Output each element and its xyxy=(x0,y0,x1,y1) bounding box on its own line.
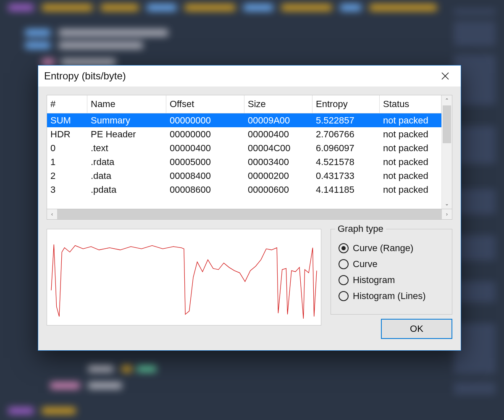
cell-name: PE Header xyxy=(87,129,166,140)
cell-name: .text xyxy=(87,143,166,154)
graph-type-radio[interactable]: Curve (Range) xyxy=(339,243,444,254)
cell-offset: 00005000 xyxy=(166,157,244,168)
hscroll-thumb[interactable] xyxy=(57,209,442,219)
cell-size: 00000600 xyxy=(244,184,312,195)
entropy-dialog: Entropy (bits/byte) # Name Offset Size E… xyxy=(38,65,461,351)
cell-status: not packed xyxy=(380,184,441,195)
col-header-offset[interactable]: Offset xyxy=(166,95,244,113)
cell-entropy: 4.141185 xyxy=(312,184,380,195)
graph-type-group: Graph type Curve (Range)CurveHistogramHi… xyxy=(331,229,452,315)
cell-offset: 00000000 xyxy=(166,115,244,126)
cell-entropy: 4.521578 xyxy=(312,157,380,168)
col-header-index[interactable]: # xyxy=(47,95,87,113)
close-button[interactable] xyxy=(436,66,455,87)
table-horizontal-scrollbar[interactable]: ‹ › xyxy=(47,209,452,220)
cell-name: .data xyxy=(87,171,166,181)
cell-status: not packed xyxy=(380,129,441,140)
cell-entropy: 0.431733 xyxy=(312,171,380,181)
radio-icon xyxy=(339,259,349,269)
radio-icon xyxy=(339,275,349,285)
scroll-down-icon[interactable]: ⌄ xyxy=(442,199,452,209)
graph-type-radio[interactable]: Curve xyxy=(339,259,444,270)
cell-status: not packed xyxy=(380,171,441,181)
cell-size: 00004C00 xyxy=(244,143,312,154)
cell-id: HDR xyxy=(47,129,87,140)
cell-id: 3 xyxy=(47,184,87,195)
cell-size: 00000400 xyxy=(244,129,312,140)
col-header-size[interactable]: Size xyxy=(244,95,312,113)
col-header-status[interactable]: Status xyxy=(380,95,441,113)
cell-entropy: 6.096097 xyxy=(312,143,380,154)
graph-type-legend: Graph type xyxy=(335,223,386,234)
cell-name: .rdata xyxy=(87,157,166,168)
scroll-left-icon[interactable]: ‹ xyxy=(47,209,57,219)
cell-status: not packed xyxy=(380,115,441,126)
ok-button[interactable]: OK xyxy=(381,319,452,339)
table-header[interactable]: # Name Offset Size Entropy Status xyxy=(47,95,441,113)
scroll-right-icon[interactable]: › xyxy=(442,209,452,219)
graph-type-radio[interactable]: Histogram xyxy=(339,275,444,286)
cell-offset: 00008600 xyxy=(166,184,244,195)
table-row[interactable]: HDRPE Header00000000000004002.706766not … xyxy=(47,127,441,141)
dialog-title: Entropy (bits/byte) xyxy=(44,70,436,82)
cell-size: 00000200 xyxy=(244,171,312,181)
sections-table[interactable]: # Name Offset Size Entropy Status SUMSum… xyxy=(47,95,452,209)
table-vertical-scrollbar[interactable]: ⌃ ⌄ xyxy=(441,95,452,209)
cell-entropy: 2.706766 xyxy=(312,129,380,140)
dialog-titlebar[interactable]: Entropy (bits/byte) xyxy=(38,66,461,87)
table-row[interactable]: 2.data00008400000002000.431733not packed xyxy=(47,169,441,183)
cell-offset: 00008400 xyxy=(166,171,244,181)
radio-label: Curve (Range) xyxy=(353,243,413,254)
cell-entropy: 5.522857 xyxy=(312,115,380,126)
table-row[interactable]: 3.pdata00008600000006004.141185not packe… xyxy=(47,183,441,197)
cell-size: 00003400 xyxy=(244,157,312,168)
radio-icon xyxy=(339,243,349,253)
cell-id: 0 xyxy=(47,143,87,154)
cell-status: not packed xyxy=(380,143,441,154)
cell-size: 00009A00 xyxy=(244,115,312,126)
scroll-thumb[interactable] xyxy=(443,105,451,143)
cell-id: 2 xyxy=(47,171,87,181)
radio-label: Curve xyxy=(353,259,378,270)
cell-status: not packed xyxy=(380,157,441,168)
scroll-up-icon[interactable]: ⌃ xyxy=(442,95,452,105)
cell-id: SUM xyxy=(47,115,87,126)
entropy-chart xyxy=(47,229,321,326)
table-row[interactable]: 1.rdata00005000000034004.521578not packe… xyxy=(47,155,441,169)
col-header-entropy[interactable]: Entropy xyxy=(312,95,380,113)
close-icon xyxy=(441,72,449,80)
radio-label: Histogram xyxy=(353,275,395,286)
table-row[interactable]: SUMSummary0000000000009A005.522857not pa… xyxy=(47,113,441,127)
cell-offset: 00000400 xyxy=(166,143,244,154)
cell-name: Summary xyxy=(87,115,166,126)
graph-type-radio[interactable]: Histogram (Lines) xyxy=(339,291,444,302)
radio-label: Histogram (Lines) xyxy=(353,291,426,302)
col-header-name[interactable]: Name xyxy=(87,95,166,113)
cell-id: 1 xyxy=(47,157,87,168)
radio-icon xyxy=(339,291,349,301)
cell-offset: 00000000 xyxy=(166,129,244,140)
table-row[interactable]: 0.text0000040000004C006.096097not packed xyxy=(47,141,441,155)
cell-name: .pdata xyxy=(87,184,166,195)
